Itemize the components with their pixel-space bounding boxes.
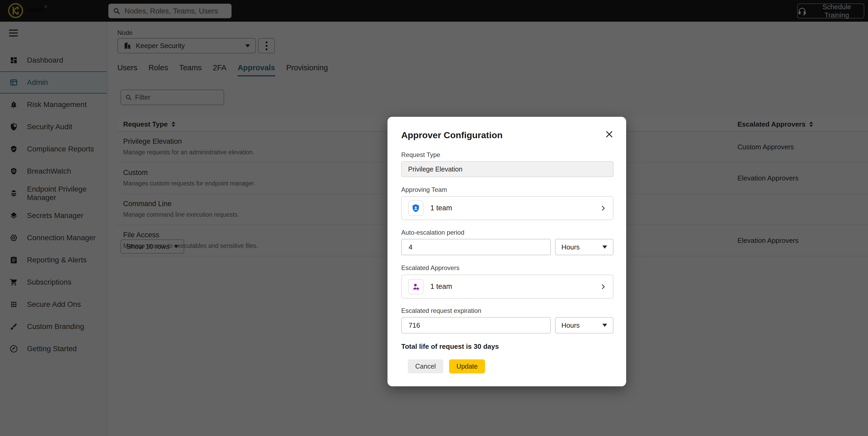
chevron-right-icon <box>600 283 607 290</box>
escalated-approvers-label: Escalated Approvers <box>401 264 459 272</box>
auto-escalation-unit-value: Hours <box>561 243 580 251</box>
approver-configuration-modal: Approver Configuration Request Type Appr… <box>388 117 626 386</box>
chevron-down-icon <box>602 246 607 249</box>
chevron-right-icon <box>600 205 607 212</box>
expiration-input[interactable] <box>401 317 551 334</box>
expiration-unit-select[interactable]: Hours <box>555 317 614 334</box>
total-life-text: Total life of request is 30 days <box>401 342 499 351</box>
approving-team-value: 1 team <box>430 204 452 212</box>
auto-escalation-unit-select[interactable]: Hours <box>555 239 614 255</box>
expiration-label: Escalated request expiration <box>401 307 481 314</box>
approving-team-label: Approving Team <box>401 186 447 193</box>
auto-escalation-input[interactable] <box>401 239 551 255</box>
person-up-icon <box>408 279 424 294</box>
expiration-unit-value: Hours <box>561 321 580 330</box>
close-icon <box>605 130 613 138</box>
request-type-field <box>401 161 614 177</box>
escalated-approvers-value: 1 team <box>430 282 452 291</box>
update-button[interactable]: Update <box>449 360 485 373</box>
request-type-label: Request Type <box>401 151 440 159</box>
cancel-button[interactable]: Cancel <box>408 360 443 373</box>
modal-title: Approver Configuration <box>401 130 502 140</box>
close-button[interactable] <box>603 128 615 140</box>
approving-team-selector[interactable]: 1 team <box>401 196 614 220</box>
auto-escalation-label: Auto-escalation period <box>401 229 464 236</box>
chevron-down-icon <box>602 324 607 327</box>
team-shield-icon <box>408 200 424 216</box>
escalated-approvers-selector[interactable]: 1 team <box>401 275 614 299</box>
